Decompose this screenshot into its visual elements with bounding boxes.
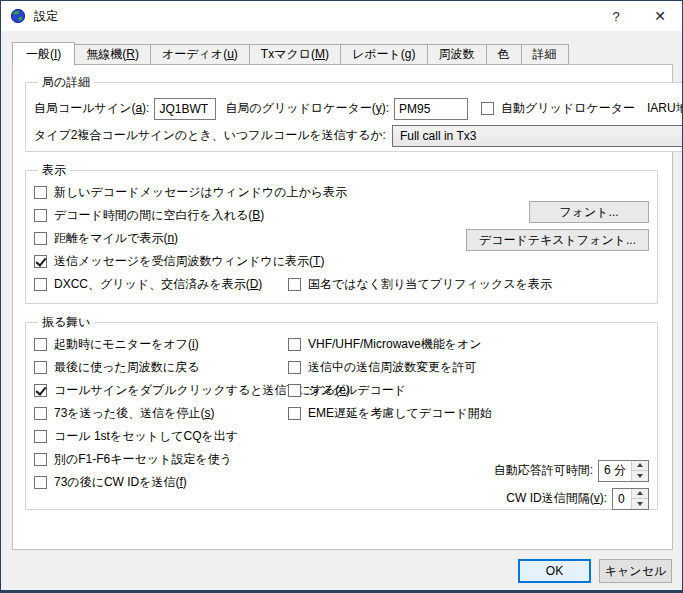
checkbox-allow-tx-freq-change[interactable]: 送信中の送信周波数変更を許可 [288,356,492,379]
checkbox-box[interactable] [34,278,47,291]
checkbox-box[interactable] [34,407,47,420]
checkbox-label: 最後に使った周波数に戻る [54,359,199,376]
spinner-buttons [631,461,648,481]
checkbox-alternate-f1-f6[interactable]: 別のF1-F6キーセット設定を使う [34,448,288,471]
tab-reporting[interactable]: レポート(g) [340,44,428,65]
spin-up-icon[interactable] [632,461,648,472]
checkbox-eme-delay[interactable]: EME遅延を考慮してデコード開始 [288,402,492,425]
spin-down-icon[interactable] [632,499,648,509]
checkbox-return-to-last-frequency[interactable]: 最後に使った周波数に戻る [34,356,288,379]
cw-id-interval-spinner[interactable]: 0 [612,488,649,510]
tab-audio[interactable]: オーディオ(u) [150,44,250,65]
grid-label: 自局のグリッドロケーター(y): [225,100,389,117]
spinner-buttons [631,489,648,509]
cw-id-interval-value: 0 [613,489,631,509]
station-row-1: 自局コールサイン(a): 自局のグリッドロケーター(y): 自動グリッドロケータ… [34,97,683,120]
checkbox-call-1st-cq[interactable]: コール 1stをセットしてCQを出す [34,425,288,448]
checkbox-label: 73の後にCW IDを送信(f) [54,474,187,491]
checkbox-label: 自動グリッドロケーター [501,100,635,117]
tab-tx-macros[interactable]: Txマクロ(M) [249,44,341,65]
checkbox-principal-prefix[interactable]: 国名ではなく割り当てプリフィックスを表示 [288,273,552,296]
group-display-legend: 表示 [38,162,70,179]
checkbox-label: VHF/UHF/Microwave機能をオン [308,336,482,353]
tab-general[interactable]: 一般(I) [12,42,75,66]
tab-colors[interactable]: 色 [486,44,522,65]
checkbox-box[interactable] [34,430,47,443]
checkbox-label: 距離をマイルで表示(n) [54,230,178,247]
decoded-text-font-button[interactable]: デコードテキストフォント... [466,229,649,251]
checkbox-label: 起動時にモニターをオフ(i) [54,336,199,353]
settings-tabbar: 一般(I) 無線機(R) オーディオ(u) Txマクロ(M) レポート(g) 周… [12,41,568,65]
checkbox-box[interactable] [34,255,47,268]
checkbox-box[interactable] [34,476,47,489]
checkbox-box[interactable] [34,232,47,245]
group-station-details: 局の詳細 自局コールサイン(a): 自局のグリッドロケーター(y): 自動グリッ… [25,74,683,152]
checkbox-single-decode[interactable]: シングルデコード [288,379,492,402]
checkbox-box[interactable] [288,278,301,291]
checkbox-monitor-off-at-startup[interactable]: 起動時にモニターをオフ(i) [34,333,288,356]
auto-reply-spinner[interactable]: 6 分 [598,460,649,482]
cw-id-interval-label: CW ID送信間隔(v): [506,490,607,507]
app-globe-icon [10,8,26,24]
checkbox-label: 新しいデコードメッセージはウィンドウの上から表示 [54,184,347,201]
checkbox-disable-tx-after-73[interactable]: 73を送った後、送信を停止(s) [34,402,288,425]
checkbox-box[interactable] [288,361,301,374]
type2-compound-label: タイプ2複合コールサインのとき、いつフルコールを送信するか: [34,127,386,144]
spin-down-icon[interactable] [632,471,648,481]
window-title: 設定 [34,8,58,25]
type2-compound-value: Full call in Tx3 [400,129,683,143]
checkbox-box[interactable] [34,209,47,222]
checkbox-label: 別のF1-F6キーセット設定を使う [54,451,232,468]
auto-reply-value: 6 分 [599,461,631,481]
checkbox-double-click-enables-tx[interactable]: コールサインをダブルクリックすると送信可にする(e) [34,379,288,402]
tab-advanced[interactable]: 詳細 [521,44,569,65]
checkbox-label: EME遅延を考慮してデコード開始 [308,405,492,422]
help-icon[interactable]: ? [594,1,638,31]
ok-button[interactable]: OK [518,559,591,583]
checkbox-box[interactable] [34,361,47,374]
spin-up-icon[interactable] [632,489,648,500]
checkbox-box[interactable] [34,453,47,466]
checkbox-tx-msg-in-rx-window[interactable]: 送信メッセージを受信周波数ウィンドウに表示(T) [34,250,649,273]
settings-dialog: 設定 ? ✕ 一般(I) 無線機(R) オーディオ(u) Txマクロ(M) レポ… [0,0,683,593]
font-button[interactable]: フォント... [529,201,649,223]
group-station-legend: 局の詳細 [38,74,94,91]
cancel-button[interactable]: キャンセル [599,559,672,583]
auto-reply-row: 自動応答許可時間: 6 分 [494,459,649,482]
checkbox-box[interactable] [34,186,47,199]
type2-compound-select[interactable]: Full call in Tx3 [392,125,683,147]
tab-frequencies[interactable]: 周波数 [427,44,487,65]
checkbox-label: 73を送った後、送信を停止(s) [54,405,214,422]
checkbox-label: デコード時間の間に空白行を入れる(B) [54,207,264,224]
checkbox-label: DXCC、グリッド、交信済みを表示(D) [54,276,262,293]
cw-id-interval-row: CW ID送信間隔(v): 0 [506,487,649,510]
callsign-label: 自局コールサイン(a): [34,100,149,117]
callsign-input[interactable] [154,98,216,120]
checkbox-box[interactable] [481,102,494,115]
group-display: 表示 新しいデコードメッセージはウィンドウの上から表示 デコード時間の間に空白行… [25,162,658,304]
checkbox-auto-grid[interactable]: 自動グリッドロケーター [481,97,635,120]
checkbox-box[interactable] [288,407,301,420]
checkbox-box[interactable] [34,338,47,351]
checkbox-show-dxcc-grid-worked[interactable]: DXCC、グリッド、交信済みを表示(D) [34,273,288,296]
group-behavior: 振る舞い 起動時にモニターをオフ(i) 最後に使った周波数に戻る コールサインを… [25,314,658,510]
checkbox-box[interactable] [288,338,301,351]
checkbox-box[interactable] [288,384,301,397]
auto-reply-label: 自動応答許可時間: [494,462,593,479]
iaru-region-label: IARU地域: [647,100,683,117]
general-tab-page: 局の詳細 自局コールサイン(a): 自局のグリッドロケーター(y): 自動グリッ… [12,64,673,550]
behavior-left-column: 起動時にモニターをオフ(i) 最後に使った周波数に戻る コールサインをダブルクリ… [34,333,288,494]
checkbox-label: 送信メッセージを受信周波数ウィンドウに表示(T) [54,253,324,270]
close-icon[interactable]: ✕ [638,1,682,31]
display-row-5: DXCC、グリッド、交信済みを表示(D) 国名ではなく割り当てプリフィックスを表… [34,273,649,296]
checkbox-box[interactable] [34,384,47,397]
checkbox-cw-id-after-73[interactable]: 73の後にCW IDを送信(f) [34,471,288,494]
checkbox-label: 国名ではなく割り当てプリフィックスを表示 [308,276,552,293]
station-row-2: タイプ2複合コールサインのとき、いつフルコールを送信するか: Full call… [34,124,683,147]
checkbox-vhf-uhf-features[interactable]: VHF/UHF/Microwave機能をオン [288,333,492,356]
checkbox-label: シングルデコード [308,382,406,399]
grid-input[interactable] [394,98,468,120]
checkbox-label: 送信中の送信周波数変更を許可 [308,359,477,376]
title-bar: 設定 ? ✕ [1,1,682,31]
tab-radio[interactable]: 無線機(R) [74,44,151,65]
